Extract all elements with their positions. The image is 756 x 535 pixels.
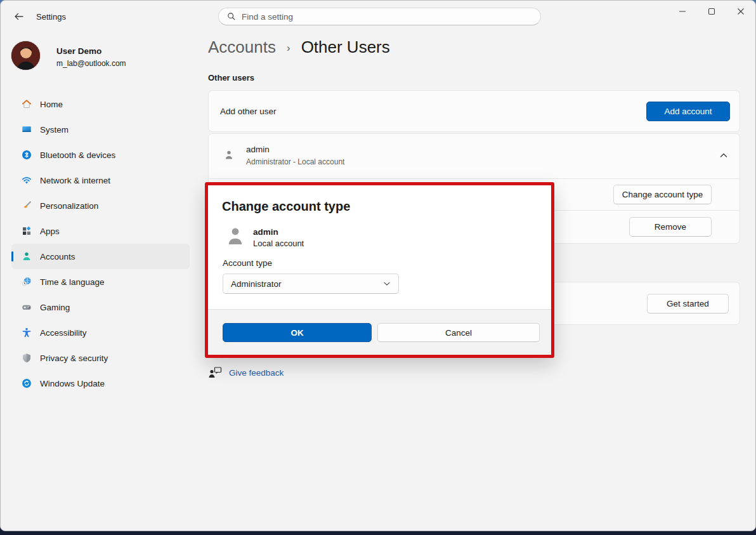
sidebar-item-label: Time & language (40, 277, 105, 287)
sidebar-nav: HomeSystemBluetooth & devicesNetwork & i… (11, 91, 190, 396)
home-icon (22, 99, 32, 109)
account-type-dropdown[interactable]: Administrator (223, 274, 399, 294)
add-other-user-label: Add other user (220, 107, 277, 116)
chevron-down-icon (383, 280, 391, 287)
admin-account-row[interactable]: admin Administrator - Local account (209, 134, 740, 179)
sidebar-item-label: Home (40, 100, 63, 109)
admin-description: Administrator - Local account (246, 157, 344, 166)
sidebar-item-label: Bluetooth & devices (40, 150, 115, 160)
profile-name: User Demo (56, 46, 101, 56)
apps-icon (22, 226, 32, 236)
breadcrumb-accounts[interactable]: Accounts (208, 37, 276, 57)
give-feedback-link[interactable]: Give feedback (229, 368, 284, 378)
add-account-button[interactable]: Add account (646, 102, 730, 121)
ok-button[interactable]: OK (223, 323, 372, 342)
give-feedback[interactable]: Give feedback (208, 366, 284, 379)
sidebar-item-accounts[interactable]: Accounts (11, 244, 190, 269)
breadcrumb-separator-icon: › (287, 42, 290, 55)
sidebar-item-personalization[interactable]: Personalization (11, 193, 190, 218)
account-type-label: Account type (223, 258, 272, 268)
accounts-icon (22, 251, 32, 261)
profile-email: m_lab@outlook.com (56, 59, 126, 68)
chevron-up-icon[interactable] (719, 151, 728, 160)
back-arrow-icon (14, 11, 24, 22)
time-language-icon (22, 277, 32, 287)
window-controls (668, 1, 755, 23)
sidebar-item-home[interactable]: Home (11, 91, 190, 117)
user-photo-icon (11, 41, 41, 70)
search-input[interactable]: Find a setting (218, 8, 541, 25)
sidebar-item-time-language[interactable]: Time & language (11, 269, 190, 294)
search-icon (227, 12, 236, 21)
minimize-icon (679, 8, 686, 15)
sidebar-item-windows-update[interactable]: Windows Update (11, 371, 190, 396)
windows-update-icon (22, 378, 32, 388)
minimize-button[interactable] (668, 1, 697, 22)
sidebar-item-network-internet[interactable]: Network & internet (11, 168, 190, 193)
sidebar-item-gaming[interactable]: Gaming (11, 294, 190, 320)
person-icon (223, 149, 235, 161)
close-icon (737, 8, 745, 15)
annotation-red-box: Change account type admin Local account … (205, 182, 554, 358)
sidebar-item-label: Apps (40, 227, 60, 236)
breadcrumb: Accounts › Other Users (208, 37, 390, 57)
sidebar-item-label: System (40, 125, 68, 135)
selected-indicator (11, 251, 13, 261)
search-placeholder: Find a setting (242, 12, 293, 22)
network-icon (22, 175, 32, 185)
close-button[interactable] (726, 1, 755, 22)
sidebar-item-apps[interactable]: Apps (11, 218, 190, 244)
cancel-button[interactable]: Cancel (377, 323, 540, 342)
remove-button[interactable]: Remove (629, 217, 712, 237)
dialog-person-icon (224, 225, 247, 248)
sidebar-item-label: Gaming (40, 303, 70, 312)
sidebar-item-label: Accounts (40, 252, 75, 261)
add-other-user-row: Add other user Add account (208, 90, 740, 132)
accessibility-icon (22, 327, 32, 338)
dialog-title: Change account type (222, 199, 350, 214)
page-title: Other Users (301, 37, 390, 57)
gaming-icon (22, 302, 32, 312)
system-icon (22, 124, 32, 135)
dialog-footer: OK Cancel (208, 309, 551, 355)
change-account-type-dialog: Change account type admin Local account … (208, 185, 551, 355)
sidebar-item-system[interactable]: System (11, 117, 190, 142)
sidebar-item-bluetooth-devices[interactable]: Bluetooth & devices (11, 142, 190, 168)
dialog-account-kind: Local account (253, 239, 304, 248)
sidebar-item-label: Network & internet (40, 176, 110, 185)
get-started-button[interactable]: Get started (647, 294, 729, 314)
settings-window: Settings Find a setting User Demo m_lab@… (0, 0, 756, 531)
avatar[interactable] (11, 41, 41, 70)
personalization-icon (22, 201, 32, 211)
sidebar-item-label: Privacy & security (40, 353, 108, 363)
back-button[interactable] (10, 9, 29, 24)
dialog-account-name: admin (253, 227, 278, 237)
maximize-icon (708, 8, 715, 15)
maximize-button[interactable] (697, 1, 726, 22)
section-label-other-users: Other users (208, 73, 254, 83)
sidebar-item-label: Accessibility (40, 328, 87, 338)
feedback-icon (208, 366, 222, 379)
bluetooth-icon (22, 150, 32, 160)
sidebar-item-label: Personalization (40, 201, 98, 211)
change-account-type-button[interactable]: Change account type (613, 185, 712, 204)
privacy-icon (22, 353, 32, 363)
sidebar-item-privacy-security[interactable]: Privacy & security (11, 345, 190, 371)
app-title: Settings (36, 12, 66, 22)
admin-name: admin (246, 145, 270, 154)
sidebar-item-label: Windows Update (40, 379, 105, 388)
account-type-selected-value: Administrator (231, 279, 383, 289)
sidebar-item-accessibility[interactable]: Accessibility (11, 320, 190, 345)
